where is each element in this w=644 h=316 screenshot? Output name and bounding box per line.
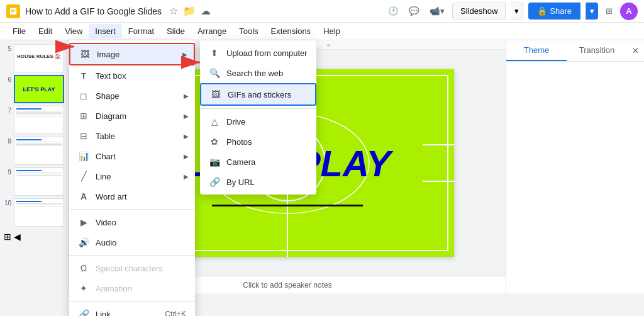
camera-icon: 📷 xyxy=(209,156,220,167)
image-search-web[interactable]: 🔍 Search the web xyxy=(200,63,316,83)
folder-icon[interactable]: 📁 xyxy=(183,5,196,17)
image-camera[interactable]: 📷 Camera xyxy=(200,152,316,172)
insert-menu-link[interactable]: 🔗 Link Ctrl+K xyxy=(69,304,195,316)
insert-menu-chart[interactable]: 📊 Chart xyxy=(69,146,195,166)
svg-rect-1 xyxy=(11,9,16,10)
menu-help[interactable]: Help xyxy=(317,24,347,38)
textbox-icon: T xyxy=(78,70,89,81)
svg-text:9: 9 xyxy=(327,43,330,48)
collapse-panel-icon[interactable]: ◀ xyxy=(14,232,21,242)
top-right-actions: 🕐 💬 📹▾ Slideshow ▾ 🔒 Share ▾ ⊞ A xyxy=(386,3,638,20)
slide-img-7[interactable] xyxy=(14,106,64,134)
slide-thumb-9[interactable]: 9 xyxy=(3,167,66,196)
comments-button[interactable]: 💬 xyxy=(406,4,422,18)
slide-panel: 5 HOUSE RULES 🏠 6 LET'S PLAY xyxy=(0,40,69,293)
share-dropdown-button[interactable]: ▾ xyxy=(586,3,598,20)
shape-icon: ◻ xyxy=(78,90,89,101)
menu-view[interactable]: View xyxy=(58,24,89,38)
menu-format[interactable]: Format xyxy=(122,24,160,38)
more-options-button[interactable]: ⊞ xyxy=(603,4,615,18)
search-icon: 🔍 xyxy=(209,67,220,79)
slide5-title: HOUSE RULES 🏠 xyxy=(17,54,61,59)
insert-link-label: Link xyxy=(96,310,111,317)
insert-line-label: Line xyxy=(96,172,111,181)
insert-menu-textbox[interactable]: T Text box xyxy=(69,65,195,86)
slide-img-8[interactable] xyxy=(14,137,64,165)
menu-arrange[interactable]: Arrange xyxy=(191,24,233,38)
divider-3 xyxy=(69,301,195,302)
insert-menu-video[interactable]: ▶ Video xyxy=(69,212,195,232)
slide-thumb-8[interactable]: 8 xyxy=(3,137,66,165)
cloud-icon[interactable]: ☁ xyxy=(201,5,211,17)
insert-textbox-label: Text box xyxy=(96,71,126,81)
close-panel-button[interactable]: ✕ xyxy=(627,40,644,61)
insert-audio-label: Audio xyxy=(96,238,116,247)
insert-menu-image[interactable]: 🖼 Image xyxy=(69,43,195,65)
image-divider xyxy=(200,108,316,109)
slideshow-dropdown-button[interactable]: ▾ xyxy=(511,3,523,20)
slide-img-5[interactable]: HOUSE RULES 🏠 xyxy=(14,44,64,72)
insert-menu-audio[interactable]: 🔊 Audio xyxy=(69,232,195,252)
share-button[interactable]: 🔒 Share xyxy=(528,3,580,20)
slide-thumb-6[interactable]: 6 LET'S PLAY xyxy=(3,75,66,103)
insert-menu-table[interactable]: ⊟ Table xyxy=(69,126,195,146)
insert-table-label: Table xyxy=(96,132,115,141)
tab-transition[interactable]: Transition xyxy=(567,40,627,61)
user-avatar[interactable]: A xyxy=(620,3,638,20)
image-gifs-stickers[interactable]: 🖼 GIFs and stickers xyxy=(200,83,316,106)
app-icon xyxy=(6,4,20,18)
insert-shape-label: Shape xyxy=(96,91,119,101)
photos-label: Photos xyxy=(226,137,252,147)
star-icon[interactable]: ☆ xyxy=(169,5,178,17)
image-by-url[interactable]: 🔗 By URL xyxy=(200,172,316,192)
slide-img-6[interactable]: LET'S PLAY xyxy=(14,75,64,103)
menu-bar: File Edit View Insert Format Slide Arran… xyxy=(0,23,644,40)
insert-menu-diagram[interactable]: ⊞ Diagram xyxy=(69,106,195,126)
insert-animation-label: Animation xyxy=(96,284,132,293)
slide-img-10[interactable] xyxy=(14,198,64,227)
image-drive[interactable]: △ Drive xyxy=(200,111,316,132)
insert-diagram-label: Diagram xyxy=(96,111,126,121)
slide-num-8: 8 xyxy=(3,138,11,145)
slide-thumb-7[interactable]: 7 xyxy=(3,106,66,134)
tab-theme[interactable]: Theme xyxy=(506,40,567,61)
history-button[interactable]: 🕐 xyxy=(386,4,401,18)
diagram-icon: ⊞ xyxy=(78,110,89,121)
menu-file[interactable]: File xyxy=(6,24,32,38)
slide-thumb-5[interactable]: 5 HOUSE RULES 🏠 xyxy=(3,44,66,72)
menu-edit[interactable]: Edit xyxy=(32,24,58,38)
url-icon: 🔗 xyxy=(209,176,220,188)
document-title: How to Add a GIF to Google Slides xyxy=(25,6,162,16)
right-panel-tabs: Theme Transition ✕ xyxy=(506,40,644,62)
menu-slide[interactable]: Slide xyxy=(160,24,191,38)
insert-dropdown-menu: 🖼 Image T Text box ◻ Shape ⊞ Diagram ⊟ T… xyxy=(69,40,195,316)
insert-special-chars-label: Special characters xyxy=(96,264,163,273)
slideshow-button[interactable]: Slideshow xyxy=(452,3,506,20)
image-icon: 🖼 xyxy=(79,48,91,60)
drive-label: Drive xyxy=(226,117,245,127)
video-button[interactable]: 📹▾ xyxy=(427,4,447,18)
image-upload-computer[interactable]: ⬆ Upload from computer xyxy=(200,43,316,63)
canvas-underline xyxy=(212,205,363,206)
video-icon: ▶ xyxy=(78,217,89,228)
image-photos[interactable]: ✿ Photos xyxy=(200,132,316,152)
slide-num-6: 6 xyxy=(3,76,11,83)
slide-num-9: 9 xyxy=(3,169,11,176)
menu-insert[interactable]: Insert xyxy=(89,24,122,38)
insert-menu-shape[interactable]: ◻ Shape xyxy=(69,86,195,106)
wordart-icon: A xyxy=(78,191,89,202)
line-icon: ╱ xyxy=(78,171,89,182)
insert-menu-line[interactable]: ╱ Line xyxy=(69,166,195,186)
drive-icon: △ xyxy=(209,116,220,127)
insert-chart-label: Chart xyxy=(96,152,116,161)
title-bar: How to Add a GIF to Google Slides ☆ 📁 ☁ … xyxy=(0,0,644,23)
slide-num-10: 10 xyxy=(3,200,11,206)
menu-tools[interactable]: Tools xyxy=(233,24,264,38)
photos-icon: ✿ xyxy=(209,136,220,147)
insert-video-label: Video xyxy=(96,218,116,227)
menu-extensions[interactable]: Extensions xyxy=(265,24,318,38)
insert-menu-wordart[interactable]: A Word art xyxy=(69,186,195,206)
grid-view-icon[interactable]: ⊞ xyxy=(4,232,11,242)
slide-thumb-10[interactable]: 10 xyxy=(3,198,66,227)
slide-img-9[interactable] xyxy=(14,167,64,196)
